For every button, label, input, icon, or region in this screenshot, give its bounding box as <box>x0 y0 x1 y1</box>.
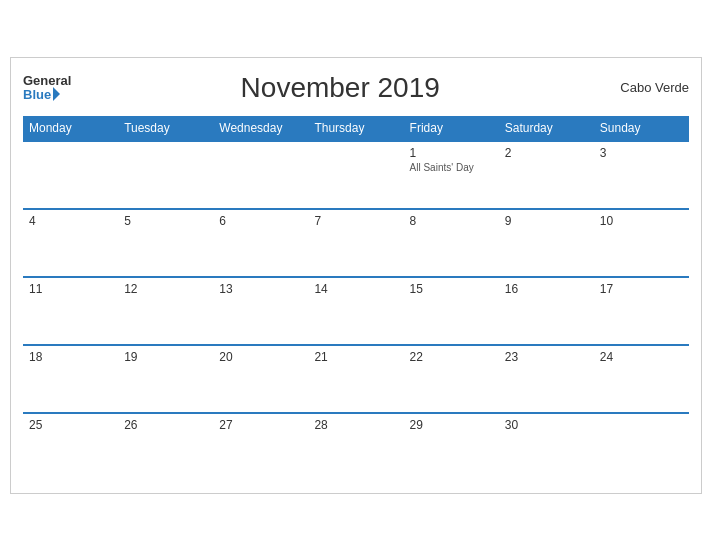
logo-general-text: General <box>23 74 71 87</box>
weekday-header: Tuesday <box>118 116 213 141</box>
calendar-day-cell: 12 <box>118 277 213 345</box>
day-number: 8 <box>410 214 493 228</box>
calendar-day-cell: 21 <box>308 345 403 413</box>
calendar-day-cell: 11 <box>23 277 118 345</box>
weekday-header: Monday <box>23 116 118 141</box>
calendar-day-cell: 22 <box>404 345 499 413</box>
day-number: 20 <box>219 350 302 364</box>
day-number: 19 <box>124 350 207 364</box>
calendar-day-cell: 4 <box>23 209 118 277</box>
calendar-day-cell: 5 <box>118 209 213 277</box>
day-number: 26 <box>124 418 207 432</box>
day-number: 11 <box>29 282 112 296</box>
calendar-day-cell: 27 <box>213 413 308 481</box>
day-number: 17 <box>600 282 683 296</box>
day-number: 9 <box>505 214 588 228</box>
day-number: 22 <box>410 350 493 364</box>
calendar-day-cell <box>308 141 403 209</box>
calendar-day-cell: 1All Saints' Day <box>404 141 499 209</box>
calendar-day-cell: 29 <box>404 413 499 481</box>
day-number: 2 <box>505 146 588 160</box>
weekday-header-row: MondayTuesdayWednesdayThursdayFridaySatu… <box>23 116 689 141</box>
calendar-day-cell: 16 <box>499 277 594 345</box>
calendar-day-cell: 13 <box>213 277 308 345</box>
calendar-day-cell: 9 <box>499 209 594 277</box>
calendar-day-cell: 18 <box>23 345 118 413</box>
calendar-day-cell: 19 <box>118 345 213 413</box>
day-number: 14 <box>314 282 397 296</box>
day-number: 29 <box>410 418 493 432</box>
country-label: Cabo Verde <box>609 80 689 95</box>
calendar-day-cell <box>23 141 118 209</box>
calendar-header: General Blue November 2019 Cabo Verde <box>23 68 689 108</box>
calendar-day-cell: 30 <box>499 413 594 481</box>
logo-blue-text: Blue <box>23 88 51 101</box>
weekday-header: Wednesday <box>213 116 308 141</box>
calendar-day-cell: 20 <box>213 345 308 413</box>
calendar-day-cell: 25 <box>23 413 118 481</box>
day-number: 10 <box>600 214 683 228</box>
calendar-day-cell: 3 <box>594 141 689 209</box>
calendar-day-cell: 15 <box>404 277 499 345</box>
day-number: 13 <box>219 282 302 296</box>
day-number: 15 <box>410 282 493 296</box>
calendar-day-cell: 23 <box>499 345 594 413</box>
logo: General Blue <box>23 74 71 101</box>
calendar-table: MondayTuesdayWednesdayThursdayFridaySatu… <box>23 116 689 481</box>
weekday-header: Thursday <box>308 116 403 141</box>
calendar-day-cell: 7 <box>308 209 403 277</box>
month-title: November 2019 <box>71 72 609 104</box>
day-number: 16 <box>505 282 588 296</box>
calendar-day-cell <box>118 141 213 209</box>
day-number: 6 <box>219 214 302 228</box>
weekday-header: Friday <box>404 116 499 141</box>
calendar-day-cell: 26 <box>118 413 213 481</box>
day-number: 1 <box>410 146 493 160</box>
day-number: 7 <box>314 214 397 228</box>
day-number: 28 <box>314 418 397 432</box>
day-number: 3 <box>600 146 683 160</box>
calendar-week-row: 18192021222324 <box>23 345 689 413</box>
day-number: 24 <box>600 350 683 364</box>
day-number: 4 <box>29 214 112 228</box>
calendar-day-cell: 8 <box>404 209 499 277</box>
logo-triangle-icon <box>53 87 60 101</box>
calendar-body: 1All Saints' Day234567891011121314151617… <box>23 141 689 481</box>
day-number: 30 <box>505 418 588 432</box>
calendar-week-row: 1All Saints' Day23 <box>23 141 689 209</box>
weekday-header: Saturday <box>499 116 594 141</box>
day-number: 21 <box>314 350 397 364</box>
day-number: 23 <box>505 350 588 364</box>
calendar-thead: MondayTuesdayWednesdayThursdayFridaySatu… <box>23 116 689 141</box>
day-number: 25 <box>29 418 112 432</box>
calendar-day-cell: 28 <box>308 413 403 481</box>
day-number: 12 <box>124 282 207 296</box>
calendar-day-cell <box>213 141 308 209</box>
calendar-day-cell: 10 <box>594 209 689 277</box>
calendar-week-row: 11121314151617 <box>23 277 689 345</box>
calendar-day-cell: 2 <box>499 141 594 209</box>
calendar-day-cell: 6 <box>213 209 308 277</box>
calendar-day-cell <box>594 413 689 481</box>
calendar-container: General Blue November 2019 Cabo Verde Mo… <box>10 57 702 494</box>
calendar-day-cell: 17 <box>594 277 689 345</box>
holiday-label: All Saints' Day <box>410 162 493 173</box>
day-number: 27 <box>219 418 302 432</box>
weekday-header: Sunday <box>594 116 689 141</box>
calendar-week-row: 252627282930 <box>23 413 689 481</box>
calendar-day-cell: 24 <box>594 345 689 413</box>
calendar-week-row: 45678910 <box>23 209 689 277</box>
day-number: 5 <box>124 214 207 228</box>
calendar-day-cell: 14 <box>308 277 403 345</box>
day-number: 18 <box>29 350 112 364</box>
